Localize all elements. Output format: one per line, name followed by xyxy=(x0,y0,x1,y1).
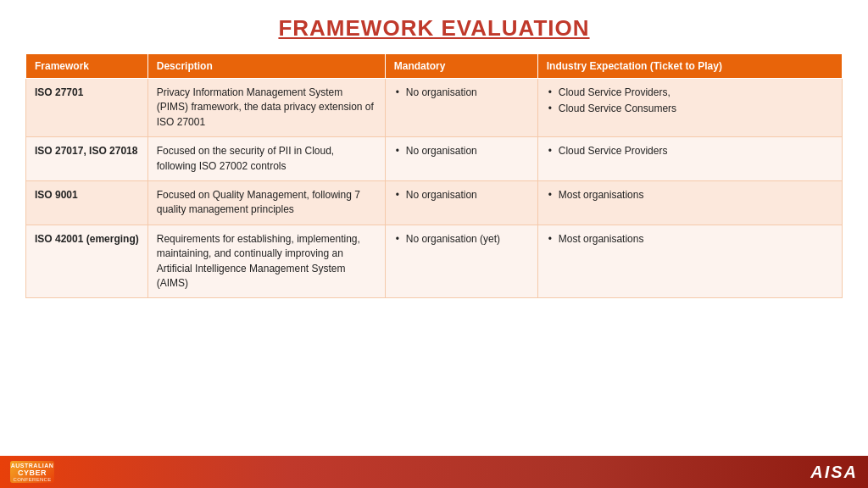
cell-framework: ISO 27701 xyxy=(26,79,148,137)
mandatory-item: No organisation xyxy=(394,86,529,100)
cell-industry: Cloud Service Providers,Cloud Service Co… xyxy=(537,79,842,137)
slide: FRAMEWORK EVALUATION Framework Descripti… xyxy=(0,0,868,488)
cell-mandatory: No organisation xyxy=(385,180,537,225)
col-header-framework: Framework xyxy=(26,54,148,79)
table-row: ISO 42001 (emerging)Requirements for est… xyxy=(26,225,843,298)
slide-title: FRAMEWORK EVALUATION xyxy=(25,15,843,42)
industry-item: Most organisations xyxy=(547,188,833,202)
table-row: ISO 27701Privacy Information Management … xyxy=(26,79,843,137)
cell-framework: ISO 42001 (emerging) xyxy=(26,225,148,298)
mandatory-item: No organisation xyxy=(394,144,529,158)
industry-item: Cloud Service Consumers xyxy=(547,102,833,116)
aisa-brand-text: AISA xyxy=(810,463,858,482)
framework-table: Framework Description Mandatory Industry… xyxy=(25,53,843,298)
logo-line-2: CYBER xyxy=(18,469,47,477)
col-header-industry: Industry Expectation (Ticket to Play) xyxy=(537,54,842,79)
main-content: FRAMEWORK EVALUATION Framework Descripti… xyxy=(0,0,868,456)
mandatory-item: No organisation (yet) xyxy=(394,232,529,247)
footer-logo-left: AUSTRALIAN CYBER CONFERENCE xyxy=(10,461,54,483)
col-header-description: Description xyxy=(147,54,385,79)
cell-mandatory: No organisation xyxy=(385,137,537,181)
cell-industry: Cloud Service Providers xyxy=(537,137,842,181)
table-row: ISO 27017, ISO 27018Focused on the secur… xyxy=(26,137,843,181)
industry-item: Cloud Service Providers, xyxy=(547,86,833,100)
cell-industry: Most organisations xyxy=(537,225,842,298)
col-header-mandatory: Mandatory xyxy=(385,54,537,79)
footer: AUSTRALIAN CYBER CONFERENCE AISA xyxy=(0,456,868,488)
table-row: ISO 9001Focused on Quality Management, f… xyxy=(26,180,843,225)
mandatory-item: No organisation xyxy=(394,188,529,202)
cell-description: Focused on the security of PII in Cloud,… xyxy=(147,137,385,181)
cell-description: Privacy Information Management System (P… xyxy=(147,79,385,137)
cell-mandatory: No organisation xyxy=(385,79,537,137)
industry-item: Most organisations xyxy=(547,232,833,247)
cell-industry: Most organisations xyxy=(537,180,842,225)
cell-mandatory: No organisation (yet) xyxy=(385,225,537,298)
cell-framework: ISO 9001 xyxy=(26,180,148,225)
industry-item: Cloud Service Providers xyxy=(547,144,833,158)
logo-line-3: CONFERENCE xyxy=(14,477,52,482)
cell-description: Focused on Quality Management, following… xyxy=(147,180,385,225)
cell-description: Requirements for establishing, implement… xyxy=(147,225,385,298)
logo-line-1: AUSTRALIAN xyxy=(11,463,54,469)
footer-logo-right: AISA xyxy=(810,463,858,482)
cell-framework: ISO 27017, ISO 27018 xyxy=(26,137,148,181)
aisa-cyber-conference-logo: AUSTRALIAN CYBER CONFERENCE xyxy=(10,461,54,483)
